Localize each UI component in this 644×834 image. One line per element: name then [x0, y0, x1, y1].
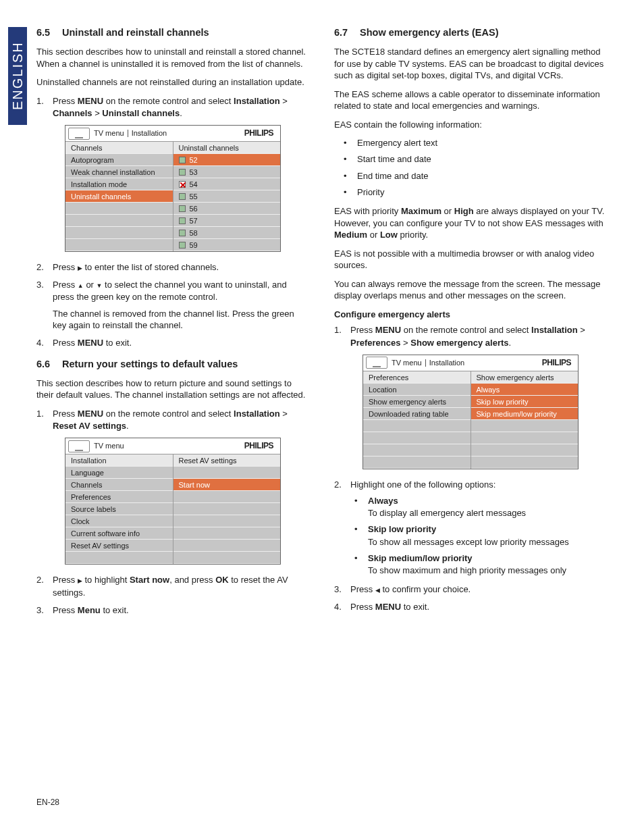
menu-item-selected: Start now — [173, 479, 281, 491]
menu-item: Skip low priority — [471, 396, 579, 408]
menu-item: Preferences — [65, 491, 173, 503]
paragraph: You can always remove the message from t… — [334, 278, 608, 302]
menu-item: Language — [65, 467, 173, 479]
menu-column-header: Show emergency alerts — [471, 371, 579, 384]
step: Highlight one of the following options: … — [334, 479, 608, 577]
menu-item-selected: Uninstall channels — [65, 190, 173, 203]
step: Press ▶ to highlight Start now, and pres… — [36, 574, 310, 598]
tv-icon — [68, 128, 90, 140]
paragraph: This section describes how to return pic… — [36, 377, 310, 401]
step: Press MENU to exit. — [334, 601, 608, 613]
menu-breadcrumb: TV menuInstallation — [390, 358, 542, 368]
menu-column-header: Installation — [65, 454, 173, 467]
options-list: Always To display all emergency alert me… — [350, 495, 608, 577]
step: Press Menu to exit. — [36, 604, 310, 617]
channel-row: 57 — [173, 215, 281, 227]
left-arrow-icon: ◀ — [375, 587, 380, 594]
up-arrow-icon: ▲ — [78, 282, 84, 289]
list-item: Priority — [334, 186, 608, 199]
menu-item — [65, 552, 173, 564]
right-column: 6.7 Show emergency alerts (EAS) The SCTE… — [334, 27, 608, 807]
section-6-5-heading: 6.5 Uninstall and reinstall channels — [36, 27, 310, 38]
section-title: Return your settings to default values — [62, 359, 238, 369]
page-content: 6.5 Uninstall and reinstall channels Thi… — [36, 27, 608, 807]
step: Press MENU on the remote control and sel… — [36, 408, 310, 565]
list-item: Always To display all emergency alert me… — [350, 495, 608, 519]
menu-uninstall-channels: TV menuInstallation PHILIPS Channels Aut… — [65, 125, 281, 252]
steps-6-6: Press MENU on the remote control and sel… — [36, 408, 310, 617]
menu-item: Skip medium/low priority — [471, 408, 579, 420]
right-arrow-icon: ▶ — [78, 577, 82, 584]
step: Press MENU on the remote control and sel… — [334, 324, 608, 469]
channel-row: 53 — [173, 166, 281, 178]
tv-icon — [68, 440, 90, 452]
channel-row: 56 — [173, 203, 281, 215]
channel-row: 58 — [173, 227, 281, 239]
step: Press ▲ or ▼ to select the channel you w… — [36, 279, 310, 331]
section-title: Uninstall and reinstall channels — [62, 27, 209, 38]
steps-6-7: Press MENU on the remote control and sel… — [334, 324, 608, 613]
step-note: The channel is removed from the channel … — [53, 308, 310, 332]
section-number: 6.7 — [334, 27, 357, 38]
tv-icon — [366, 357, 387, 369]
section-title: Show emergency alerts (EAS) — [360, 27, 499, 38]
menu-column-header: Preferences — [363, 371, 471, 384]
menu-item: Location — [363, 384, 471, 396]
step: Press ▶ to enter the list of stored chan… — [36, 261, 310, 273]
brand-logo: PHILIPS — [244, 440, 280, 452]
left-column: 6.5 Uninstall and reinstall channels Thi… — [36, 27, 310, 807]
menu-item: Installation mode — [65, 178, 173, 190]
step: Press ◀ to confirm your choice. — [334, 583, 608, 596]
menu-item-selected: Always — [471, 384, 579, 396]
menu-item: Source labels — [65, 503, 173, 515]
channel-row: 55 — [173, 190, 281, 203]
channel-row: 54 — [173, 178, 281, 190]
menu-item: Show emergency alerts — [363, 396, 471, 408]
menu-item: Downloaded rating table — [363, 408, 471, 420]
language-tab: ENGLISH — [8, 27, 27, 125]
right-arrow-icon: ▶ — [78, 265, 82, 271]
step: Press MENU on the remote control and sel… — [36, 95, 310, 252]
channel-row: 59 — [173, 239, 281, 251]
section-number: 6.6 — [36, 359, 59, 369]
list-item: Emergency alert text — [334, 137, 608, 149]
menu-item: Current software info — [65, 527, 173, 540]
list-item: Skip low priority To show all messages e… — [350, 523, 608, 548]
subsection-heading: Configure emergency alerts — [334, 309, 608, 321]
menu-emergency-alerts: TV menuInstallation PHILIPS Preferences … — [363, 355, 579, 469]
menu-reset-av: TV menu PHILIPS Installation Language Ch… — [65, 438, 281, 565]
menu-item: Channels — [65, 479, 173, 491]
menu-column-header: Channels — [65, 142, 173, 154]
menu-breadcrumb: TV menuInstallation — [92, 128, 244, 138]
paragraph: This section describes how to uninstall … — [36, 46, 310, 70]
paragraph: EAS with priority Maximum or High are al… — [334, 205, 608, 241]
menu-column-header: Reset AV settings — [173, 454, 281, 467]
paragraph: EAS contain the following information: — [334, 119, 608, 131]
paragraph: The SCTE18 standard defines an emergency… — [334, 46, 608, 82]
menu-item: Reset AV settings — [65, 540, 173, 552]
menu-item: Weak channel installation — [65, 166, 173, 178]
step: Press MENU to exit. — [36, 337, 310, 349]
list-item: End time and date — [334, 170, 608, 182]
menu-item: Clock — [65, 515, 173, 527]
channel-row: 52 — [173, 154, 281, 166]
menu-column-header: Uninstall channels — [173, 142, 281, 154]
steps-6-5: Press MENU on the remote control and sel… — [36, 95, 310, 349]
paragraph: EAS is not possible with a multimedia br… — [334, 248, 608, 271]
list-item: Start time and date — [334, 153, 608, 165]
list-item: Skip medium/low priority To show maximum… — [350, 552, 608, 577]
brand-logo: PHILIPS — [244, 128, 280, 139]
page-number: EN-28 — [36, 798, 59, 807]
section-6-6-heading: 6.6 Return your settings to default valu… — [36, 359, 310, 369]
section-6-7-heading: 6.7 Show emergency alerts (EAS) — [334, 27, 608, 38]
paragraph: Uninstalled channels are not reinstalled… — [36, 76, 310, 88]
brand-logo: PHILIPS — [542, 357, 578, 369]
section-number: 6.5 — [36, 27, 59, 38]
eas-info-list: Emergency alert text Start time and date… — [334, 137, 608, 199]
paragraph: The EAS scheme allows a cable operator t… — [334, 88, 608, 112]
menu-breadcrumb: TV menu — [92, 441, 244, 451]
menu-item: Autoprogram — [65, 154, 173, 166]
